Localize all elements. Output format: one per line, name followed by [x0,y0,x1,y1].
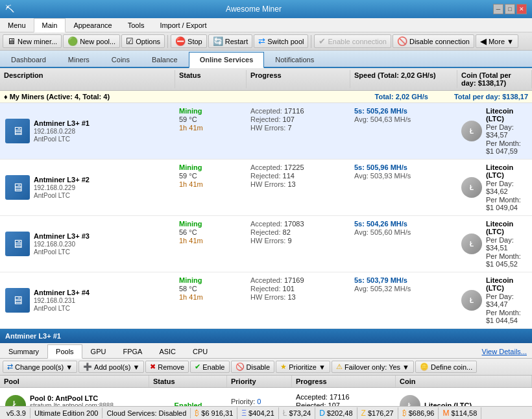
options-button[interactable]: ☑ Options [121,34,165,48]
status-bar: v5.3.9 Ultimate Edition 200 Cloud Servic… [0,406,532,419]
failover-dropdown: ▼ [402,363,409,371]
tab-online-services[interactable]: Online Services [189,52,265,68]
prioritize-dropdown: ▼ [319,363,326,371]
tab-summary[interactable]: Summary [0,344,47,358]
priority-val: Priority: 0 [231,398,288,405]
more-button[interactable]: ◀ More ▼ [476,34,518,48]
restart-button[interactable]: 🔄 Restart [208,34,252,48]
close-button[interactable]: ✕ [516,4,527,14]
miner-row[interactable]: 🖥 Antminer L3+ #4 192.168.0.231 AntPool … [0,272,532,329]
disable-connection-button[interactable]: 🚫 Disable connection [393,34,474,48]
tab-balance[interactable]: Balance [141,52,189,67]
switch-pool-button[interactable]: ⇄ Switch pool [254,34,308,48]
btc-icon: ₿ [195,409,199,418]
miner-ip: 192.168.0.231 [34,297,90,304]
miner-coin: Ł Litecoin (LTC) Per Day: $34,62 Per Mon… [457,160,532,215]
bottom-tab-bar: Summary Pools GPU FPGA ASIC CPU View Det… [0,343,532,359]
change-pools-button[interactable]: ⇄ Change pool(s) ▼ [3,361,77,373]
more-icon: ◀ [480,36,487,46]
minimize-button[interactable]: ─ [493,4,503,14]
group-total-speed: Total: 2,02 GH/s [375,93,428,101]
miner-progress: Accepted: 17116 Rejected: 107 HW Errors:… [247,103,350,159]
tab-coins[interactable]: Coins [101,52,141,67]
miner-progress: Accepted: 17083 Rejected: 82 HW Errors: … [247,216,350,272]
dash-price: D $202,48 [315,407,357,419]
new-miner-button[interactable]: 🖥 New miner... [3,34,62,48]
miner-ip: 192.168.0.230 [34,241,90,248]
enable-connection-button[interactable]: ✔ Enable connection [314,34,391,48]
view-details-link[interactable]: View Details... [477,345,533,358]
coin-details: Litecoin (LTC) Per Day: $34,47 Per Month… [486,276,528,324]
miner-ip: 192.168.0.228 [34,128,90,135]
coin-name: Litecoin (LTC) [486,276,528,292]
miner-progress: Accepted: 17225 Rejected: 114 HW Errors:… [247,160,350,215]
th-description: Description [0,70,175,88]
coin-per-day: Per Day: $34,57 [486,123,528,139]
status-time: 1h 41m [179,180,243,188]
accepted: Accepted: 17116 [250,107,346,115]
miner-status: Mining 56 °C 1h 41m [175,216,247,272]
miner-icon: 🖥 [5,119,30,143]
tab-gpu[interactable]: GPU [82,344,115,358]
coin-per-month: Per Month: $1 044,54 [486,309,528,324]
tab-miners[interactable]: Miners [57,52,101,67]
failover-button[interactable]: ⚠ Failover only: Yes ▼ [332,361,414,373]
tab-pools[interactable]: Pools [47,344,82,359]
pools-th-priority: Priority [227,376,292,387]
tab-cpu[interactable]: CPU [184,344,216,358]
miner-details: Antminer L3+ #4 192.168.0.231 AntPool LT… [34,289,90,312]
window-title: Awesome Miner [14,5,493,14]
miner-row[interactable]: 🖥 Antminer L3+ #3 192.168.0.230 AntPool … [0,216,532,272]
hw-errors: HW Errors: 7 [250,124,346,132]
add-pool-button[interactable]: ➕ Add pool(s) ▼ [79,361,144,373]
menu-item-tools[interactable]: Tools [120,19,152,32]
disable-button[interactable]: 🚫 Disable [231,361,275,373]
miner-name: Antminer L3+ #1 [34,119,90,127]
miner-info: 🖥 Antminer L3+ #3 192.168.0.230 AntPool … [0,216,175,272]
new-pool-button[interactable]: 🟢 New pool... [63,34,120,48]
tab-asic[interactable]: ASIC [151,344,184,358]
miner-row[interactable]: 🖥 Antminer L3+ #1 192.168.0.228 AntPool … [0,103,532,160]
ltc-icon: Ł [283,409,287,418]
enable-button[interactable]: ✔ Enable [190,361,229,373]
pools-table-header: Pool Status Priority Progress Coin [0,376,532,388]
zcash-price: Z $176,27 [357,407,398,419]
group-title: ♦ My Miners (Active: 4, Total: 4) [4,93,110,101]
miner-speed: 5s: 503,79 MH/s Avg: 505,32 MH/s [350,272,457,328]
stop-button[interactable]: ⛔ Stop [171,34,207,48]
app-icon: ⛏ [5,4,14,14]
status-mining: Mining [179,107,243,115]
prioritize-button[interactable]: ★ Prioritize ▼ [276,361,330,373]
miner-row[interactable]: 🖥 Antminer L3+ #2 192.168.0.229 AntPool … [0,160,532,216]
ltc-price: Ł $73,24 [279,407,315,419]
th-speed: Speed (Total: 2,02 GH/s) [350,70,457,88]
speed-avg: Avg: 505,60 MH/s [354,228,453,236]
define-coin-button[interactable]: 🪙 Define coin... [415,361,477,373]
main-tab-bar: Dashboard Miners Coins Balance Online Se… [0,51,532,68]
coin-per-day: Per Day: $34,47 [486,293,528,308]
status-temp: 58 °C [179,285,243,293]
coin-per-month: Per Month: $1 047,59 [486,139,528,155]
tab-notifications[interactable]: Notifications [264,52,325,67]
menu-item-menu[interactable]: Menu [0,19,34,32]
menu-item-appearance[interactable]: Appearance [66,19,119,32]
disable-icon: 🚫 [236,363,245,371]
status-mining: Mining [179,163,243,171]
remove-button[interactable]: ✖ Remove [145,361,189,373]
prioritize-icon: ★ [280,363,287,371]
coin-details: Litecoin (LTC) Per Day: $34,57 Per Month… [486,107,528,155]
tab-fpga[interactable]: FPGA [114,344,151,358]
speed-5s: 5s: 505,26 MH/s [354,107,453,115]
menu-item-import-export[interactable]: Import / Export [152,19,214,32]
coin-icon: Ł [461,177,482,198]
miner-group-header: ♦ My Miners (Active: 4, Total: 4) Total:… [0,91,532,103]
miner-name: Antminer L3+ #4 [34,289,90,296]
miner-speed: 5s: 505,26 MH/s Avg: 504,63 MH/s [350,103,457,159]
tab-dashboard[interactable]: Dashboard [0,52,57,67]
menu-item-main[interactable]: Main [34,18,66,32]
cloud-label: Cloud Services: Disabled [103,408,191,418]
bottom-tabs: Summary Pools GPU FPGA ASIC CPU [0,344,216,358]
hw-errors: HW Errors: 13 [250,180,346,188]
miner-status: Mining 59 °C 1h 41m [175,103,247,159]
maximize-button[interactable]: □ [505,4,515,14]
